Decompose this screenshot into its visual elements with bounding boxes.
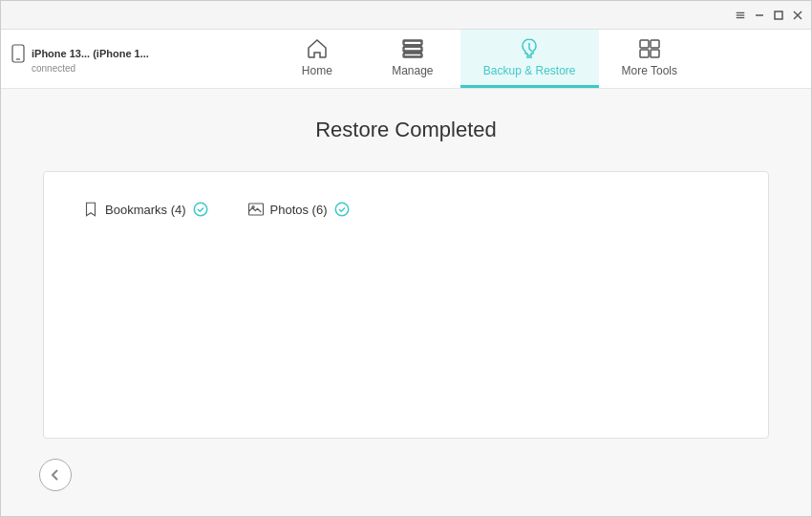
svg-rect-13 bbox=[651, 40, 659, 48]
device-info: iPhone 13... (iPhone 1... connected bbox=[11, 30, 159, 88]
photos-check-icon bbox=[333, 201, 351, 218]
window-controls bbox=[735, 10, 803, 21]
back-button[interactable] bbox=[39, 459, 72, 491]
tab-manage[interactable]: Manage bbox=[365, 30, 460, 88]
svg-point-18 bbox=[251, 206, 253, 208]
back-arrow-icon bbox=[49, 468, 62, 482]
bookmarks-label: Bookmarks (4) bbox=[105, 203, 186, 217]
hamburger-icon[interactable] bbox=[735, 10, 746, 21]
tab-tools[interactable]: More Tools bbox=[599, 30, 700, 88]
bookmarks-icon bbox=[82, 201, 99, 218]
svg-rect-11 bbox=[403, 54, 422, 57]
svg-rect-15 bbox=[651, 50, 659, 57]
restore-item-bookmarks: Bookmarks (4) bbox=[82, 201, 209, 218]
restore-item-photos: Photos (6) bbox=[247, 201, 351, 218]
main-content: Restore Completed Bookmarks (4) Photos (… bbox=[1, 89, 811, 517]
minimize-button[interactable] bbox=[754, 10, 765, 21]
phone-icon bbox=[11, 44, 26, 63]
photos-icon bbox=[247, 201, 265, 218]
tab-home[interactable]: Home bbox=[269, 30, 365, 88]
svg-point-19 bbox=[335, 203, 349, 216]
nav-bar: iPhone 13... (iPhone 1... connected Home… bbox=[1, 30, 811, 89]
tools-icon bbox=[638, 37, 661, 60]
svg-rect-14 bbox=[640, 50, 649, 57]
title-bar bbox=[1, 1, 811, 30]
tab-backup[interactable]: Backup & Restore bbox=[460, 30, 599, 88]
maximize-button[interactable] bbox=[773, 10, 784, 21]
nav-tabs: Home Manage Backup & Restore bbox=[159, 30, 811, 88]
svg-point-16 bbox=[194, 203, 207, 216]
close-button[interactable] bbox=[792, 10, 803, 21]
bookmarks-check-icon bbox=[192, 201, 209, 218]
device-name: iPhone 13... (iPhone 1... bbox=[32, 48, 149, 59]
restore-container: Bookmarks (4) Photos (6) bbox=[43, 171, 769, 439]
device-status: connected bbox=[32, 63, 149, 74]
home-icon bbox=[306, 37, 329, 60]
backup-icon bbox=[518, 37, 541, 60]
tab-tools-label: More Tools bbox=[622, 64, 677, 77]
tab-backup-label: Backup & Restore bbox=[483, 64, 576, 77]
tab-manage-label: Manage bbox=[392, 64, 433, 77]
svg-rect-12 bbox=[640, 40, 649, 48]
page-title: Restore Completed bbox=[315, 118, 497, 142]
photos-label: Photos (6) bbox=[270, 203, 328, 217]
svg-rect-4 bbox=[775, 11, 782, 19]
manage-icon bbox=[401, 37, 424, 60]
tab-home-label: Home bbox=[302, 64, 332, 77]
